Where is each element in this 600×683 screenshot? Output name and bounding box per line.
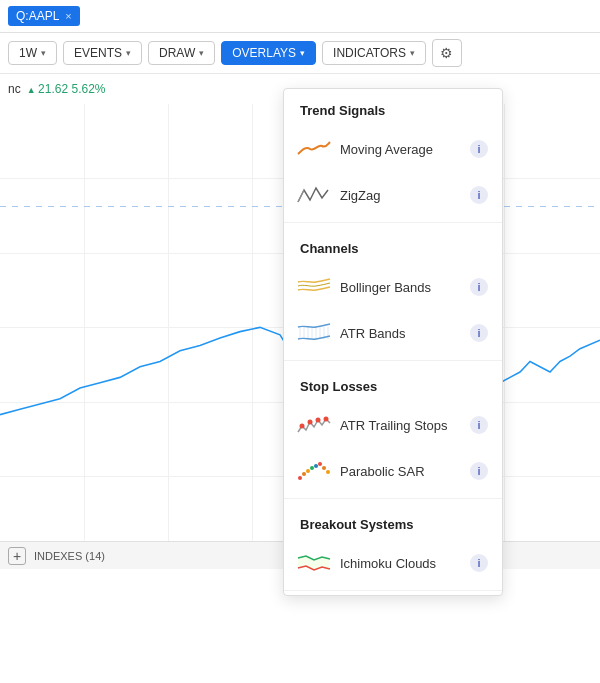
zigzag-icon	[296, 181, 332, 209]
chevron-down-icon: ▾	[410, 48, 415, 58]
stock-change: 21.62 5.62%	[27, 82, 106, 96]
svg-point-12	[298, 476, 302, 480]
svg-point-13	[302, 472, 306, 476]
zigzag-label: ZigZag	[340, 188, 470, 203]
events-button[interactable]: EVENTS ▾	[63, 41, 142, 65]
toolbar: 1W ▾ EVENTS ▾ DRAW ▾ OVERLAYS ▾ INDICATO…	[0, 33, 600, 74]
atr-bands-label: ATR Bands	[340, 326, 470, 341]
chevron-down-icon: ▾	[126, 48, 131, 58]
add-button[interactable]: +	[8, 547, 26, 565]
timeframe-button[interactable]: 1W ▾	[8, 41, 57, 65]
search-input[interactable]	[86, 9, 592, 24]
section-title-breakout-systems: Breakout Systems	[284, 503, 502, 540]
svg-point-11	[324, 417, 329, 422]
chevron-down-icon: ▾	[199, 48, 204, 58]
atr-bands-info-icon[interactable]: i	[470, 324, 488, 342]
section-title-trend-signals: Trend Signals	[284, 89, 502, 126]
overlay-panel: Trend SignalsMoving AverageiZigZagiChann…	[283, 88, 503, 596]
parabolic-sar-label: Parabolic SAR	[340, 464, 470, 479]
zigzag-info-icon[interactable]: i	[470, 186, 488, 204]
moving-average-icon	[296, 135, 332, 163]
draw-button[interactable]: DRAW ▾	[148, 41, 215, 65]
parabolic-sar-info-icon[interactable]: i	[470, 462, 488, 480]
svg-point-16	[314, 464, 318, 468]
svg-point-19	[326, 470, 330, 474]
svg-point-17	[318, 462, 322, 466]
stock-label: nc 21.62 5.62%	[8, 82, 106, 96]
section-title-channels: Channels	[284, 227, 502, 264]
panel-item-ichimoku-clouds[interactable]: Ichimoku Cloudsi	[284, 540, 502, 586]
panel-item-atr-trailing-stops[interactable]: ATR Trailing Stopsi	[284, 402, 502, 448]
svg-point-18	[322, 466, 326, 470]
svg-point-10	[316, 418, 321, 423]
indicators-button[interactable]: INDICATORS ▾	[322, 41, 426, 65]
bollinger-bands-info-icon[interactable]: i	[470, 278, 488, 296]
ichimoku-clouds-icon	[296, 549, 332, 577]
svg-point-8	[300, 424, 305, 429]
search-bar: Q:AAPL ×	[0, 0, 600, 33]
atr-trailing-stops-icon	[296, 411, 332, 439]
svg-point-9	[308, 420, 313, 425]
parabolic-sar-icon	[296, 457, 332, 485]
moving-average-info-icon[interactable]: i	[470, 140, 488, 158]
svg-point-14	[306, 469, 310, 473]
chevron-down-icon: ▾	[300, 48, 305, 58]
overlays-button[interactable]: OVERLAYS ▾	[221, 41, 316, 65]
panel-item-atr-bands[interactable]: ATR Bandsi	[284, 310, 502, 356]
ichimoku-clouds-label: Ichimoku Clouds	[340, 556, 470, 571]
section-divider	[284, 590, 502, 591]
panel-item-moving-average[interactable]: Moving Averagei	[284, 126, 502, 172]
search-tag-text: Q:AAPL	[16, 9, 59, 23]
gear-button[interactable]: ⚙	[432, 39, 462, 67]
chevron-down-icon: ▾	[41, 48, 46, 58]
ichimoku-clouds-info-icon[interactable]: i	[470, 554, 488, 572]
stock-name: nc	[8, 82, 21, 96]
section-divider	[284, 360, 502, 361]
moving-average-label: Moving Average	[340, 142, 470, 157]
indexes-label: INDEXES (14)	[34, 550, 105, 562]
bollinger-bands-icon	[296, 273, 332, 301]
search-tag[interactable]: Q:AAPL ×	[8, 6, 80, 26]
panel-item-bollinger-bands[interactable]: Bollinger Bandsi	[284, 264, 502, 310]
atr-trailing-stops-info-icon[interactable]: i	[470, 416, 488, 434]
section-divider	[284, 498, 502, 499]
svg-point-15	[310, 466, 314, 470]
close-icon[interactable]: ×	[65, 10, 71, 22]
bollinger-bands-label: Bollinger Bands	[340, 280, 470, 295]
section-title-stop-losses: Stop Losses	[284, 365, 502, 402]
atr-trailing-stops-label: ATR Trailing Stops	[340, 418, 470, 433]
panel-item-zigzag[interactable]: ZigZagi	[284, 172, 502, 218]
atr-bands-icon	[296, 319, 332, 347]
panel-item-parabolic-sar[interactable]: Parabolic SARi	[284, 448, 502, 494]
section-divider	[284, 222, 502, 223]
